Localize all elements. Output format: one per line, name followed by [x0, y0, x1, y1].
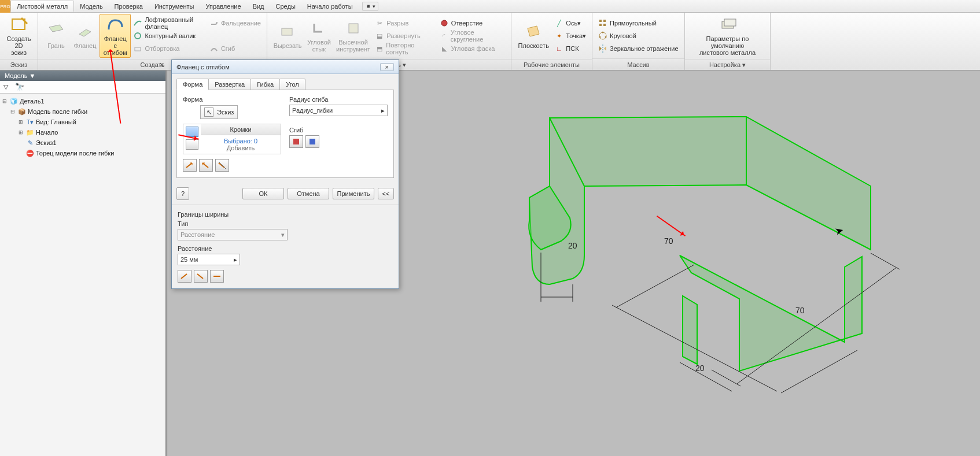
ribbon-group-sketch-label: Эскиз [0, 59, 38, 70]
profile-sketch-selector[interactable]: ↖ Эскиз [200, 105, 238, 119]
tab-corner[interactable]: Угол [279, 79, 305, 90]
menu-tab-model[interactable]: Модель [74, 1, 108, 12]
add-edge-link[interactable]: Добавить [205, 144, 276, 151]
flip-direction-3[interactable] [215, 159, 229, 172]
sheetmetal-defaults-button[interactable]: Параметры по умолчанию листового металла [688, 14, 767, 58]
flange-icon [76, 23, 94, 41]
dropdown-arrow-icon: ▸ [234, 256, 237, 264]
width-bounds-label: Границы ширины [178, 211, 393, 218]
tree-end-of-part[interactable]: ⛔Торец модели после гибки [1, 148, 164, 158]
apply-button[interactable]: Применить [333, 188, 374, 199]
tree-label: Модель после гибки [28, 108, 87, 115]
pattern-rect-button[interactable]: Прямоугольный [596, 17, 681, 29]
tab-bend[interactable]: Гибка [250, 79, 280, 90]
menu-tab-env[interactable]: Среды [270, 1, 301, 12]
axis-icon: ╱ [554, 18, 563, 28]
hem-icon [209, 18, 219, 28]
unfold-icon: ⬓ [375, 31, 384, 40]
tree-sketch1[interactable]: ✎Эскиз1 [1, 138, 164, 148]
tree-label: Эскиз1 [36, 139, 57, 146]
menu-tab-sheetmetal[interactable]: Листовой металл [10, 1, 74, 12]
menu-tab-tools[interactable]: Инструменты [149, 1, 200, 12]
tree-folded-model[interactable]: ⊟📦Модель после гибки [1, 106, 164, 117]
pattern-rect-icon [598, 18, 607, 28]
menu-tab-manage[interactable]: Управление [200, 1, 246, 12]
menu-tab-start[interactable]: Начало работы [301, 1, 359, 12]
tree-part-root[interactable]: ⊟🧊Деталь1 [1, 96, 164, 106]
hem-button[interactable]: Фальцевание [207, 17, 263, 29]
collapse-button[interactable]: << [378, 188, 394, 199]
axis-button[interactable]: ╱Ось▾ [552, 17, 588, 29]
svg-point-5 [441, 20, 447, 26]
cancel-button[interactable]: Отмена [288, 188, 329, 199]
flip-direction-1[interactable] [183, 159, 197, 172]
svg-point-1 [135, 33, 141, 39]
face-button[interactable]: Грань [42, 14, 71, 58]
tree-view-main[interactable]: ⊞T▾Вид: Главный [1, 117, 164, 127]
defaults-label: Параметры по умолчанию листового металла [692, 35, 763, 56]
refold-button[interactable]: ⬒Повторно согнуть [373, 42, 437, 55]
bend-button[interactable]: Сгиб [207, 42, 263, 55]
rip-icon: ✂ [375, 18, 384, 28]
corner-seam-button[interactable]: Угловой стык [304, 14, 334, 58]
distance-input[interactable]: 25 мм▸ [178, 254, 240, 265]
plane-button[interactable]: Плоскость [515, 14, 552, 58]
type-value: Расстояние [180, 231, 215, 238]
ribbon-group-setup-label[interactable]: Настройка ▾ [685, 59, 770, 70]
hole-button[interactable]: Отверстие [437, 17, 507, 29]
lofted-flange-button[interactable]: Лофтированный фланец [131, 17, 207, 29]
corner-chamfer-button[interactable]: ◣Угловая фаска [437, 42, 507, 55]
contour-roll-icon [133, 31, 142, 40]
flange-button[interactable]: Фланец [71, 14, 100, 58]
corner-round-label: Угловое скругление [451, 29, 505, 43]
create-2d-sketch-label: Создать 2D эскиз [7, 35, 31, 56]
ok-button[interactable]: ОК [242, 188, 284, 199]
contour-flange-button[interactable]: Фланец с отгибом [100, 14, 131, 58]
contour-roll-button[interactable]: Контурный валик [131, 29, 207, 42]
unfold-button[interactable]: ⬓Развернуть [373, 29, 437, 42]
find-icon[interactable]: 🔭 [15, 83, 24, 91]
dialog-titlebar[interactable]: Фланец с отгибом × [172, 60, 399, 74]
type-combo[interactable]: Расстояние▾ [178, 229, 288, 240]
pattern-circ-button[interactable]: Круговой [596, 29, 681, 42]
filter-icon[interactable]: ▽ [3, 83, 8, 91]
bend-radius-input[interactable]: Радиус_гибки▸ [289, 105, 388, 116]
sketch-btn-label: Эскиз [217, 109, 234, 116]
menu-overflow[interactable]: ◾ ▾ [362, 2, 379, 11]
dialog-tabs: Форма Развертка Гибка Угол [172, 74, 399, 90]
rip-button[interactable]: ✂Разрыв [373, 17, 437, 29]
create-2d-sketch-button[interactable]: Создать 2D эскиз [3, 14, 34, 58]
menu-tab-inspect[interactable]: Проверка [109, 1, 149, 12]
panel-close-icon[interactable]: ✕ [159, 61, 164, 69]
width-dir-3[interactable] [210, 270, 224, 283]
punch-label: Высечной инструмент [336, 39, 370, 53]
model-browser-header[interactable]: Модель ▼ [0, 71, 165, 81]
cutout-button[interactable]: Отбортовка [131, 42, 207, 55]
tab-unfold[interactable]: Развертка [208, 79, 251, 90]
cut-button[interactable]: Вырезать [271, 14, 304, 58]
width-dir-1[interactable] [178, 270, 191, 283]
ucs-button[interactable]: ∟ПСК [552, 42, 588, 55]
bend-position-2[interactable] [305, 135, 319, 148]
tree-origin[interactable]: ⊞📁Начало [1, 127, 164, 138]
corner-round-button[interactable]: ◜Угловое скругление [437, 29, 507, 42]
menu-tab-view[interactable]: Вид [247, 1, 270, 12]
corner-chamfer-label: Угловая фаска [451, 45, 495, 52]
flip-direction-2[interactable] [199, 159, 213, 172]
plane-icon [524, 23, 543, 41]
svg-rect-15 [724, 19, 736, 26]
tab-shape[interactable]: Форма [176, 79, 209, 90]
svg-rect-9 [603, 24, 606, 26]
selected-count[interactable]: Выбрано: 0 [205, 138, 276, 144]
point-button[interactable]: ✦Точка▾ [552, 29, 588, 42]
model-browser-toolbar: ▽ 🔭 [0, 81, 165, 94]
width-dir-2[interactable] [194, 270, 208, 283]
bend-position-1[interactable] [289, 135, 303, 148]
punch-button[interactable]: Высечной инструмент [334, 14, 373, 58]
cutout-label: Отбортовка [145, 45, 179, 52]
mirror-button[interactable]: Зеркальное отражение [596, 42, 681, 55]
dialog-close-button[interactable]: × [380, 63, 394, 71]
help-button[interactable]: ? [176, 187, 189, 200]
dialog-button-row: ? ОК Отмена Применить << [172, 183, 399, 205]
type-label: Тип [178, 220, 393, 227]
